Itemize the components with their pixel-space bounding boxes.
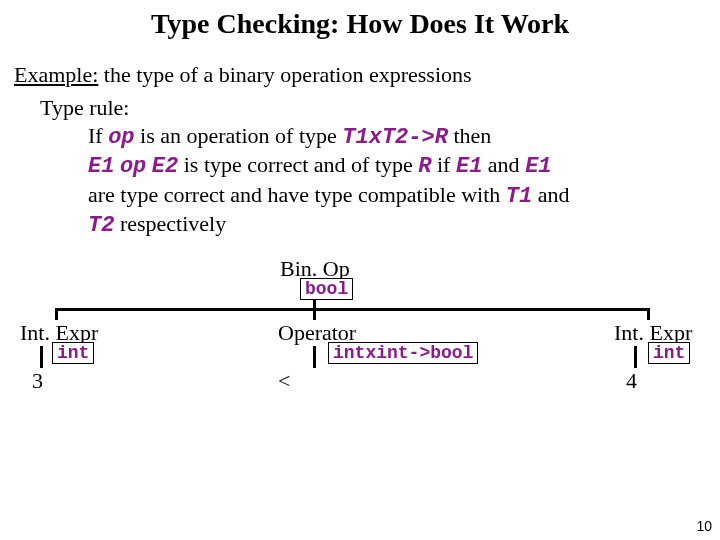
slide: Type Checking: How Does It Work Example:… [0,0,720,540]
tree-edge [313,346,316,368]
example-text: the type of a binary operation expressio… [98,62,471,87]
t: is type correct and of type [178,152,418,177]
leaf-left: 3 [32,368,43,394]
leaf-right: 4 [626,368,637,394]
t: if [432,152,456,177]
tree-edge [313,300,316,308]
code-t1: T1 [506,184,532,209]
page-title: Type Checking: How Does It Work [0,8,720,40]
t: and [482,152,525,177]
code-t2: T2 [88,213,114,238]
type-binop: bool [300,278,353,300]
tree-edge [40,346,43,368]
code-op2: op [120,154,146,179]
t: are type correct and have type compatibl… [88,182,506,207]
type-left: int [52,342,94,364]
tree-edge [55,308,58,320]
t: and [532,182,569,207]
parse-tree: Bin. Op bool Int. Expr int 3 Operator in… [0,256,720,416]
code-sig: T1xT2->R [342,125,448,150]
code-e2: E2 [152,154,178,179]
t: then [448,123,491,148]
rule-body: If op is an operation of type T1xT2->R t… [88,122,680,240]
example-prefix: Example: [14,62,98,87]
code-e1b: E1 [456,154,482,179]
code-e1c: E1 [525,154,551,179]
tree-edge [55,308,650,311]
type-rule: Type rule: If op is an operation of type… [40,94,680,240]
type-right: int [648,342,690,364]
t: is an operation of type [135,123,343,148]
leaf-mid: < [278,368,290,394]
code-e1: E1 [88,154,114,179]
t: respectively [114,211,226,236]
code-op: op [108,125,134,150]
tree-edge [647,308,650,320]
rule-heading: Type rule: [40,94,680,122]
t: If [88,123,108,148]
example-line: Example: the type of a binary operation … [14,62,472,88]
page-number: 10 [696,518,712,534]
tree-edge [634,346,637,368]
tree-edge [313,308,316,320]
type-mid: intxint->bool [328,342,478,364]
code-r: R [418,154,431,179]
